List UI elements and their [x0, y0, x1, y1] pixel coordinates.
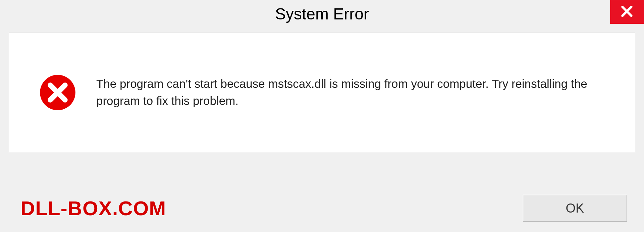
close-button[interactable]: [610, 0, 644, 24]
dialog-title: System Error: [275, 5, 369, 23]
error-dialog: System Error The program can't start bec…: [0, 0, 644, 232]
dialog-footer: DLL-BOX.COM OK: [0, 195, 644, 222]
watermark-text: DLL-BOX.COM: [20, 197, 166, 220]
close-icon: [620, 5, 634, 19]
error-message: The program can't start because mstscax.…: [96, 75, 615, 110]
error-icon: [39, 74, 76, 111]
ok-button[interactable]: OK: [523, 195, 627, 222]
content-panel: The program can't start because mstscax.…: [9, 32, 635, 153]
titlebar: System Error: [0, 0, 644, 27]
